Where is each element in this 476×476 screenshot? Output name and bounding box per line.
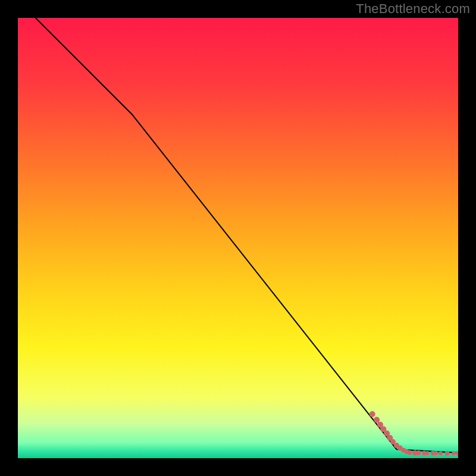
watermark-text: TheBottleneck.com (356, 1, 470, 17)
plot-area (18, 18, 458, 458)
chart-foreground (18, 18, 458, 458)
chart-container: TheBottleneck.com (0, 0, 476, 476)
